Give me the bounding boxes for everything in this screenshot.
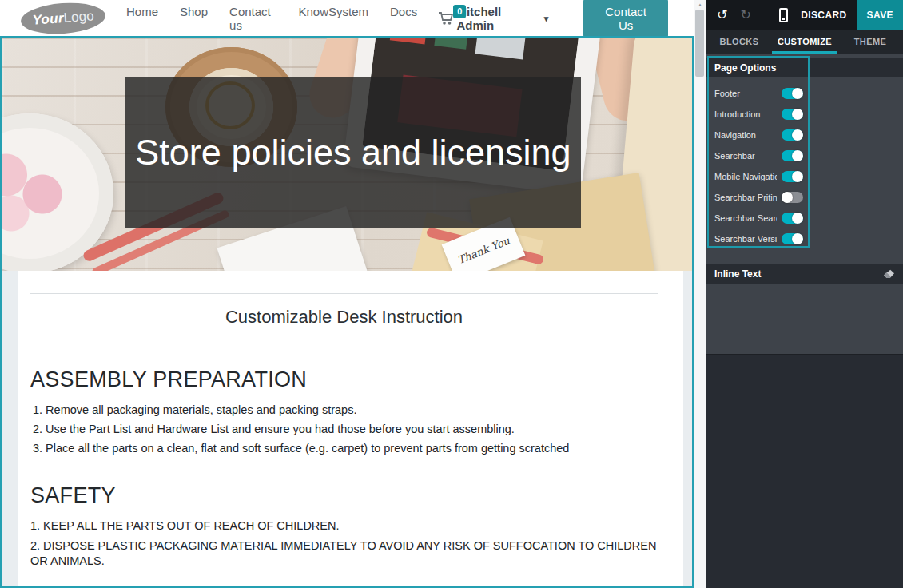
list-item: 1. KEEP ALL THE PARTS OUT OF REACH OF CH… bbox=[30, 518, 658, 534]
toggle-label: Introduction bbox=[714, 109, 777, 119]
tab-theme[interactable]: THEME bbox=[837, 30, 903, 54]
assembly-preparation-list[interactable]: 1. Remove all packaging materials, stapl… bbox=[30, 403, 658, 456]
switch-knob bbox=[782, 192, 793, 203]
toggle-switch-searchbar-search[interactable] bbox=[782, 213, 803, 224]
switch-knob bbox=[792, 88, 803, 99]
tab-blocks[interactable]: BLOCKS bbox=[706, 30, 772, 54]
page-title[interactable]: Customizable Desk Instruction bbox=[30, 307, 658, 328]
toggle-row-searchbar-version[interactable]: Searchbar Versio… bbox=[706, 228, 811, 249]
preview-scrollbar[interactable]: ▲ bbox=[694, 0, 706, 588]
contact-us-button[interactable]: Contact Us bbox=[583, 0, 668, 38]
toggle-row-mobile-navigation[interactable]: Mobile Navigation bbox=[706, 166, 811, 187]
switch-knob bbox=[792, 213, 803, 224]
menu-item-contact-us[interactable]: Contact us bbox=[229, 5, 276, 32]
toggle-switch-mobile-navigation[interactable] bbox=[782, 171, 803, 182]
redo-icon[interactable]: ↻ bbox=[740, 7, 750, 22]
divider bbox=[30, 293, 658, 294]
hero-section[interactable]: Thank You Store policies and licensing bbox=[2, 38, 692, 271]
toggle-switch-searchbar[interactable] bbox=[782, 150, 803, 161]
scrollbar-up-arrow[interactable]: ▲ bbox=[694, 0, 706, 10]
switch-knob bbox=[792, 109, 803, 120]
cart-icon bbox=[438, 11, 454, 26]
site-navbar: YourLogo Home Shop Contact us KnowSystem… bbox=[0, 0, 694, 37]
toggle-row-navigation[interactable]: Navigation bbox=[706, 125, 811, 145]
cart-button[interactable]: 0 bbox=[438, 10, 456, 27]
page-content-background: Customizable Desk Instruction ASSEMBLY P… bbox=[2, 271, 692, 588]
list-item: 2. DISPOSE PLASTIC PACKAGING MATERIAL IM… bbox=[30, 538, 658, 569]
switch-knob bbox=[792, 171, 803, 182]
save-button[interactable]: SAVE bbox=[857, 0, 903, 30]
toggle-label: Searchbar bbox=[714, 151, 777, 161]
menu-item-shop[interactable]: Shop bbox=[180, 5, 208, 32]
undo-icon[interactable]: ↺ bbox=[717, 7, 727, 22]
toggle-row-searchbar-priting[interactable]: Searchbar Priting bbox=[706, 187, 811, 208]
list-item: 1. Remove all packaging materials, stapl… bbox=[33, 403, 658, 418]
page-options-toggle-list: Footer Introduction Navigation Searchbar… bbox=[706, 77, 811, 254]
panel-lower-area bbox=[706, 354, 903, 588]
editor-tabs: BLOCKS CUSTOMIZE THEME bbox=[706, 30, 903, 54]
inline-text-options-area bbox=[706, 284, 903, 354]
site-logo[interactable]: YourLogo bbox=[20, 0, 106, 36]
logo-text-bold: Your bbox=[32, 10, 65, 29]
eraser-icon[interactable] bbox=[883, 269, 895, 279]
page-hero-title: Store policies and licensing bbox=[135, 127, 571, 179]
toggle-switch-searchbar-priting[interactable] bbox=[782, 192, 803, 203]
list-item: 2. Use the Part List and Hardware List a… bbox=[33, 422, 658, 437]
discard-button[interactable]: DISCARD bbox=[801, 10, 846, 21]
toggle-row-footer[interactable]: Footer bbox=[706, 83, 811, 104]
mobile-preview-icon[interactable] bbox=[779, 8, 788, 22]
toggle-label: Searchbar Versio… bbox=[714, 234, 777, 244]
section-heading-safety[interactable]: SAFETY bbox=[30, 483, 658, 508]
user-name: Mitchell Admin bbox=[456, 5, 538, 32]
toggle-label: Searchbar Priting bbox=[714, 193, 777, 202]
logo-text-light: Logo bbox=[63, 8, 94, 26]
toggle-switch-searchbar-version[interactable] bbox=[782, 233, 803, 244]
divider bbox=[30, 340, 658, 340]
website-preview-region: YourLogo Home Shop Contact us KnowSystem… bbox=[0, 0, 706, 588]
page-edit-area[interactable]: Thank You Store policies and licensing C… bbox=[0, 36, 694, 588]
safety-list[interactable]: 1. KEEP ALL THE PARTS OUT OF REACH OF CH… bbox=[30, 518, 658, 568]
toggle-switch-introduction[interactable] bbox=[782, 109, 803, 120]
user-menu[interactable]: Mitchell Admin ▾ bbox=[456, 5, 548, 32]
toggle-label: Navigation bbox=[714, 130, 777, 140]
list-item: 3. Place all the parts on a clean, flat … bbox=[33, 441, 658, 456]
switch-knob bbox=[792, 129, 803, 141]
switch-knob bbox=[792, 150, 803, 161]
switch-knob bbox=[792, 233, 803, 244]
toggle-row-searchbar-search[interactable]: Searchbar Search bbox=[706, 208, 811, 228]
toggle-switch-footer[interactable] bbox=[782, 88, 803, 99]
menu-item-knowsystem[interactable]: KnowSystem bbox=[298, 5, 368, 32]
hero-title-overlay[interactable]: Store policies and licensing bbox=[125, 77, 581, 228]
toggle-row-introduction[interactable]: Introduction bbox=[706, 104, 811, 125]
toggle-label: Mobile Navigation bbox=[714, 172, 777, 181]
content-card[interactable]: Customizable Desk Instruction ASSEMBLY P… bbox=[18, 271, 683, 588]
toggle-label: Footer bbox=[714, 89, 777, 98]
toggle-label: Searchbar Search bbox=[714, 213, 777, 223]
menu-item-home[interactable]: Home bbox=[126, 5, 158, 32]
chevron-down-icon: ▾ bbox=[544, 14, 549, 24]
page-options-header: Page Options bbox=[706, 58, 903, 77]
toggle-switch-navigation[interactable] bbox=[782, 129, 803, 141]
inline-text-title: Inline Text bbox=[714, 268, 761, 280]
scrollbar-thumb[interactable] bbox=[695, 10, 704, 77]
page-options-title: Page Options bbox=[714, 62, 776, 74]
inline-text-header: Inline Text bbox=[706, 264, 903, 284]
cart-count-badge: 0 bbox=[453, 5, 466, 18]
tab-customize[interactable]: CUSTOMIZE bbox=[772, 30, 837, 54]
editor-toolbar: ↺ ↻ DISCARD SAVE bbox=[706, 0, 903, 30]
toggle-row-searchbar[interactable]: Searchbar bbox=[706, 145, 811, 166]
site-menu: Home Shop Contact us KnowSystem Docs bbox=[126, 5, 417, 32]
section-heading-assembly-preparation[interactable]: ASSEMBLY PREPARATION bbox=[30, 368, 658, 392]
editor-panel: ↺ ↻ DISCARD SAVE BLOCKS CUSTOMIZE THEME … bbox=[706, 0, 903, 588]
customize-panel-body: Page Options Footer Introduction Navigat… bbox=[706, 54, 903, 588]
menu-item-docs[interactable]: Docs bbox=[390, 5, 417, 32]
